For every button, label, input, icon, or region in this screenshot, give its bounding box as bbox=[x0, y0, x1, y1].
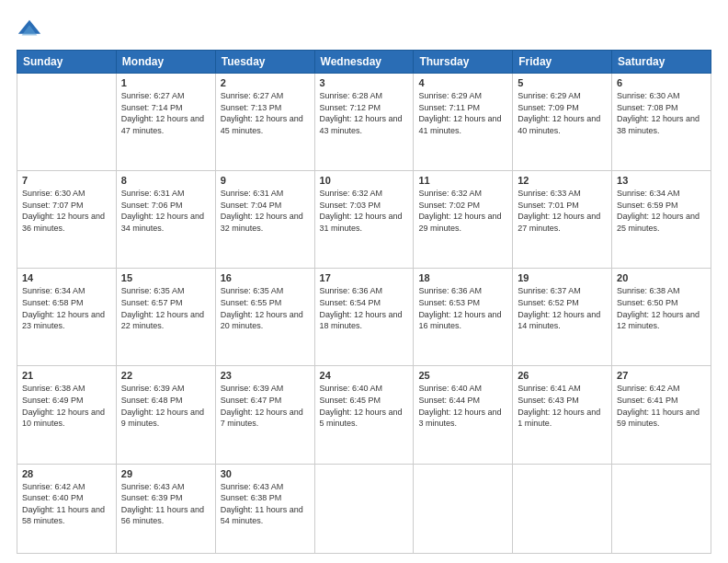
col-header-tuesday: Tuesday bbox=[215, 51, 314, 74]
day-cell: 19Sunrise: 6:37 AMSunset: 6:52 PMDayligh… bbox=[513, 269, 612, 366]
col-header-friday: Friday bbox=[513, 51, 612, 74]
day-cell: 23Sunrise: 6:39 AMSunset: 6:47 PMDayligh… bbox=[215, 366, 314, 464]
day-number: 15 bbox=[121, 272, 210, 283]
day-info: Sunrise: 6:32 AMSunset: 7:02 PMDaylight:… bbox=[418, 188, 507, 234]
day-cell: 24Sunrise: 6:40 AMSunset: 6:45 PMDayligh… bbox=[314, 366, 414, 464]
col-header-saturday: Saturday bbox=[612, 51, 711, 74]
day-cell: 3Sunrise: 6:28 AMSunset: 7:12 PMDaylight… bbox=[314, 74, 414, 171]
day-cell bbox=[414, 464, 513, 553]
logo-icon bbox=[17, 17, 42, 42]
day-cell: 1Sunrise: 6:27 AMSunset: 7:14 PMDaylight… bbox=[116, 74, 215, 171]
day-cell: 16Sunrise: 6:35 AMSunset: 6:55 PMDayligh… bbox=[215, 269, 314, 366]
day-number: 21 bbox=[22, 370, 111, 381]
day-number: 27 bbox=[617, 370, 706, 381]
day-info: Sunrise: 6:42 AMSunset: 6:40 PMDaylight:… bbox=[22, 481, 111, 527]
day-number: 14 bbox=[22, 272, 111, 283]
day-number: 28 bbox=[22, 468, 111, 479]
day-number: 3 bbox=[320, 77, 409, 88]
day-number: 17 bbox=[320, 272, 409, 283]
day-number: 9 bbox=[221, 175, 310, 186]
week-row-3: 14Sunrise: 6:34 AMSunset: 6:58 PMDayligh… bbox=[17, 269, 711, 366]
day-number: 1 bbox=[121, 77, 210, 88]
day-info: Sunrise: 6:27 AMSunset: 7:13 PMDaylight:… bbox=[221, 90, 310, 136]
day-number: 29 bbox=[121, 468, 210, 479]
day-number: 20 bbox=[617, 272, 706, 283]
day-number: 22 bbox=[121, 370, 210, 381]
day-cell bbox=[17, 74, 117, 171]
day-info: Sunrise: 6:31 AMSunset: 7:06 PMDaylight:… bbox=[121, 188, 210, 234]
day-info: Sunrise: 6:30 AMSunset: 7:07 PMDaylight:… bbox=[22, 188, 111, 234]
day-number: 23 bbox=[221, 370, 310, 381]
day-cell: 12Sunrise: 6:33 AMSunset: 7:01 PMDayligh… bbox=[513, 171, 612, 269]
day-info: Sunrise: 6:34 AMSunset: 6:58 PMDaylight:… bbox=[22, 285, 111, 331]
day-info: Sunrise: 6:39 AMSunset: 6:47 PMDaylight:… bbox=[221, 383, 310, 429]
day-cell: 20Sunrise: 6:38 AMSunset: 6:50 PMDayligh… bbox=[612, 269, 711, 366]
day-cell: 6Sunrise: 6:30 AMSunset: 7:08 PMDaylight… bbox=[612, 74, 711, 171]
page: SundayMondayTuesdayWednesdayThursdayFrid… bbox=[0, 0, 728, 563]
col-header-wednesday: Wednesday bbox=[314, 51, 414, 74]
day-number: 26 bbox=[518, 370, 607, 381]
day-info: Sunrise: 6:41 AMSunset: 6:43 PMDaylight:… bbox=[518, 383, 607, 429]
day-cell: 2Sunrise: 6:27 AMSunset: 7:13 PMDaylight… bbox=[215, 74, 314, 171]
day-info: Sunrise: 6:40 AMSunset: 6:45 PMDaylight:… bbox=[320, 383, 409, 429]
day-info: Sunrise: 6:38 AMSunset: 6:50 PMDaylight:… bbox=[617, 285, 706, 331]
week-row-2: 7Sunrise: 6:30 AMSunset: 7:07 PMDaylight… bbox=[17, 171, 711, 269]
day-cell: 22Sunrise: 6:39 AMSunset: 6:48 PMDayligh… bbox=[116, 366, 215, 464]
day-info: Sunrise: 6:29 AMSunset: 7:09 PMDaylight:… bbox=[518, 90, 607, 136]
day-info: Sunrise: 6:28 AMSunset: 7:12 PMDaylight:… bbox=[320, 90, 409, 136]
day-number: 16 bbox=[221, 272, 310, 283]
day-info: Sunrise: 6:37 AMSunset: 6:52 PMDaylight:… bbox=[518, 285, 607, 331]
day-cell: 9Sunrise: 6:31 AMSunset: 7:04 PMDaylight… bbox=[215, 171, 314, 269]
logo bbox=[17, 17, 46, 42]
day-cell: 15Sunrise: 6:35 AMSunset: 6:57 PMDayligh… bbox=[116, 269, 215, 366]
day-number: 2 bbox=[221, 77, 310, 88]
day-info: Sunrise: 6:43 AMSunset: 6:39 PMDaylight:… bbox=[121, 481, 210, 527]
week-row-5: 28Sunrise: 6:42 AMSunset: 6:40 PMDayligh… bbox=[17, 464, 711, 553]
day-cell: 5Sunrise: 6:29 AMSunset: 7:09 PMDaylight… bbox=[513, 74, 612, 171]
week-row-4: 21Sunrise: 6:38 AMSunset: 6:49 PMDayligh… bbox=[17, 366, 711, 464]
day-info: Sunrise: 6:34 AMSunset: 6:59 PMDaylight:… bbox=[617, 188, 706, 234]
day-info: Sunrise: 6:42 AMSunset: 6:41 PMDaylight:… bbox=[617, 383, 706, 429]
day-number: 7 bbox=[22, 175, 111, 186]
day-cell: 4Sunrise: 6:29 AMSunset: 7:11 PMDaylight… bbox=[414, 74, 513, 171]
day-info: Sunrise: 6:29 AMSunset: 7:11 PMDaylight:… bbox=[418, 90, 507, 136]
day-cell: 11Sunrise: 6:32 AMSunset: 7:02 PMDayligh… bbox=[414, 171, 513, 269]
header-row: SundayMondayTuesdayWednesdayThursdayFrid… bbox=[17, 51, 711, 74]
day-cell bbox=[314, 464, 414, 553]
day-info: Sunrise: 6:32 AMSunset: 7:03 PMDaylight:… bbox=[320, 188, 409, 234]
day-number: 5 bbox=[518, 77, 607, 88]
day-info: Sunrise: 6:35 AMSunset: 6:57 PMDaylight:… bbox=[121, 285, 210, 331]
day-cell: 21Sunrise: 6:38 AMSunset: 6:49 PMDayligh… bbox=[17, 366, 117, 464]
day-cell: 7Sunrise: 6:30 AMSunset: 7:07 PMDaylight… bbox=[17, 171, 117, 269]
day-number: 10 bbox=[320, 175, 409, 186]
day-info: Sunrise: 6:36 AMSunset: 6:53 PMDaylight:… bbox=[418, 285, 507, 331]
day-number: 19 bbox=[518, 272, 607, 283]
day-info: Sunrise: 6:30 AMSunset: 7:08 PMDaylight:… bbox=[617, 90, 706, 136]
day-number: 25 bbox=[418, 370, 507, 381]
day-cell: 28Sunrise: 6:42 AMSunset: 6:40 PMDayligh… bbox=[17, 464, 117, 553]
col-header-monday: Monday bbox=[116, 51, 215, 74]
day-info: Sunrise: 6:35 AMSunset: 6:55 PMDaylight:… bbox=[221, 285, 310, 331]
day-cell: 13Sunrise: 6:34 AMSunset: 6:59 PMDayligh… bbox=[612, 171, 711, 269]
day-cell bbox=[612, 464, 711, 553]
week-row-1: 1Sunrise: 6:27 AMSunset: 7:14 PMDaylight… bbox=[17, 74, 711, 171]
day-number: 11 bbox=[418, 175, 507, 186]
day-cell: 14Sunrise: 6:34 AMSunset: 6:58 PMDayligh… bbox=[17, 269, 117, 366]
day-info: Sunrise: 6:36 AMSunset: 6:54 PMDaylight:… bbox=[320, 285, 409, 331]
day-info: Sunrise: 6:39 AMSunset: 6:48 PMDaylight:… bbox=[121, 383, 210, 429]
day-cell: 8Sunrise: 6:31 AMSunset: 7:06 PMDaylight… bbox=[116, 171, 215, 269]
day-cell: 18Sunrise: 6:36 AMSunset: 6:53 PMDayligh… bbox=[414, 269, 513, 366]
calendar-table: SundayMondayTuesdayWednesdayThursdayFrid… bbox=[17, 50, 711, 554]
day-cell: 29Sunrise: 6:43 AMSunset: 6:39 PMDayligh… bbox=[116, 464, 215, 553]
day-cell bbox=[513, 464, 612, 553]
day-number: 12 bbox=[518, 175, 607, 186]
day-info: Sunrise: 6:43 AMSunset: 6:38 PMDaylight:… bbox=[221, 481, 310, 527]
day-cell: 17Sunrise: 6:36 AMSunset: 6:54 PMDayligh… bbox=[314, 269, 414, 366]
day-number: 4 bbox=[418, 77, 507, 88]
day-info: Sunrise: 6:40 AMSunset: 6:44 PMDaylight:… bbox=[418, 383, 507, 429]
day-number: 6 bbox=[617, 77, 706, 88]
day-number: 24 bbox=[320, 370, 409, 381]
day-info: Sunrise: 6:38 AMSunset: 6:49 PMDaylight:… bbox=[22, 383, 111, 429]
day-info: Sunrise: 6:27 AMSunset: 7:14 PMDaylight:… bbox=[121, 90, 210, 136]
day-number: 8 bbox=[121, 175, 210, 186]
